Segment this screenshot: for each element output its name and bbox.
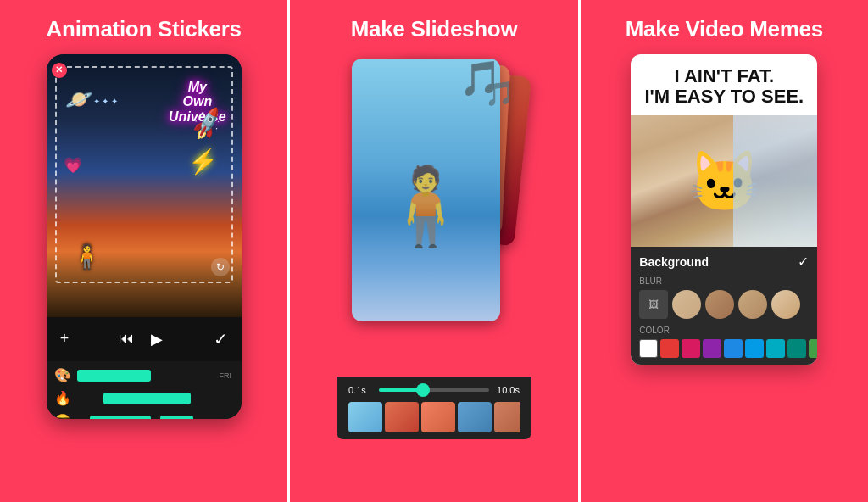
refresh-button[interactable]: ↻ bbox=[211, 258, 230, 276]
lightning-sticker[interactable]: ⚡ bbox=[188, 148, 218, 176]
slider-max-label: 10.0s bbox=[496, 385, 520, 395]
close-button[interactable]: ✕ bbox=[52, 63, 67, 78]
meme-bottom-panel: Background ✓ BLUR 🖼 COLOR bbox=[631, 247, 817, 365]
sticker-icon-row2: 🔥 bbox=[53, 390, 72, 406]
slider-track[interactable] bbox=[379, 388, 489, 392]
slider-area: 0.1s 10.0s bbox=[337, 376, 531, 439]
blur-option-4[interactable] bbox=[771, 290, 800, 319]
timeline-row: 🔥 bbox=[53, 389, 235, 408]
timeline-row: 😎 bbox=[53, 412, 235, 419]
confirm-button[interactable]: ✓ bbox=[214, 329, 228, 349]
thumbnail-strip bbox=[348, 402, 520, 432]
slider-min-label: 0.1s bbox=[348, 385, 372, 395]
color-swatch-green[interactable] bbox=[809, 339, 817, 358]
background-section-header: Background ✓ bbox=[639, 254, 809, 270]
color-swatches-row bbox=[639, 339, 809, 358]
background-label: Background bbox=[639, 255, 709, 269]
thumbnail-1[interactable] bbox=[348, 402, 382, 432]
timeline-bar-2[interactable] bbox=[103, 393, 191, 404]
thumbnail-5[interactable] bbox=[494, 402, 520, 432]
color-swatch-white[interactable] bbox=[639, 339, 658, 358]
timeline-row: 🎨 FRI bbox=[53, 366, 235, 385]
phone-controls-bar: + ⏮ ▶ ✓ bbox=[47, 317, 242, 361]
blur-options-row: 🖼 bbox=[639, 290, 809, 319]
rewind-button[interactable]: ⏮ bbox=[119, 330, 134, 348]
timeline-bar-1[interactable] bbox=[77, 370, 151, 382]
timeline-area: 🎨 FRI 🔥 😎 bbox=[47, 361, 242, 419]
color-swatch-cyan[interactable] bbox=[766, 339, 785, 358]
silhouette-sticker[interactable]: 🧍 bbox=[72, 243, 102, 271]
window-background bbox=[733, 115, 817, 247]
add-button[interactable]: + bbox=[60, 330, 70, 348]
blur-option-original[interactable]: 🖼 bbox=[639, 290, 668, 319]
meme-cat-image: 🐱 bbox=[631, 115, 817, 247]
timeline-bar-3b[interactable] bbox=[160, 416, 194, 419]
sticker-icon-row3: 😎 bbox=[53, 413, 72, 419]
left-phone-screen: ✕ 🪐 MyOwnUniverse 🚀 ⚡ 💗 ✦ ✦ ✦ 🧍 ↻ bbox=[47, 54, 242, 317]
color-swatch-teal[interactable] bbox=[787, 339, 806, 358]
thumbnail-2[interactable] bbox=[385, 402, 419, 432]
timeline-bar-3a[interactable] bbox=[90, 416, 150, 419]
sticker-icon-row1: 🎨 bbox=[53, 367, 72, 383]
timeline-track-1 bbox=[77, 366, 211, 385]
meme-caption-text: I AIN'T FAT.I'M EASY TO SEE. bbox=[631, 54, 817, 115]
photo-stack: 🧍 🎵 🎵 bbox=[337, 54, 531, 376]
blur-section-label: BLUR bbox=[639, 276, 809, 286]
saturn-sticker[interactable]: 🪐 bbox=[65, 86, 92, 113]
timeline-track-2 bbox=[77, 389, 211, 408]
right-panel-title: Make Video Memes bbox=[626, 17, 823, 42]
color-swatch-purple[interactable] bbox=[703, 339, 721, 358]
blur-option-3[interactable] bbox=[738, 290, 767, 319]
left-panel: Animation Stickers ✕ 🪐 MyOwnUniverse 🚀 ⚡… bbox=[0, 0, 287, 502]
thumbnail-3[interactable] bbox=[421, 402, 455, 432]
slider-thumb[interactable] bbox=[416, 383, 430, 397]
slider-row: 0.1s 10.0s bbox=[348, 385, 520, 395]
color-swatch-lightblue[interactable] bbox=[745, 339, 764, 358]
heart-sticker[interactable]: 💗 bbox=[64, 156, 82, 175]
stars-decoration: ✦ ✦ ✦ bbox=[93, 97, 119, 106]
play-button[interactable]: ▶ bbox=[151, 330, 163, 349]
middle-panel: Make Slideshow 🧍 🎵 🎵 0.1s 10.0s bbox=[287, 0, 580, 502]
right-phone: I AIN'T FAT.I'M EASY TO SEE. 🐱 Backgroun… bbox=[631, 54, 817, 365]
color-swatch-pink[interactable] bbox=[682, 339, 700, 358]
middle-phone: 🧍 🎵 🎵 0.1s 10.0s bbox=[337, 54, 531, 440]
middle-panel-title: Make Slideshow bbox=[351, 17, 518, 42]
timeline-label-fri: FRI bbox=[216, 371, 235, 380]
thumbnail-4[interactable] bbox=[458, 402, 492, 432]
blur-option-2[interactable] bbox=[705, 290, 734, 319]
music-note-small-icon: 🎵 bbox=[485, 80, 515, 108]
blur-option-1[interactable] bbox=[672, 290, 701, 319]
color-swatch-red[interactable] bbox=[660, 339, 679, 358]
jumping-person: 🧍 bbox=[378, 162, 473, 251]
right-panel: Make Video Memes I AIN'T FAT.I'M EASY TO… bbox=[581, 0, 868, 502]
confirm-icon[interactable]: ✓ bbox=[798, 254, 809, 270]
color-section-label: COLOR bbox=[639, 326, 809, 335]
left-panel-title: Animation Stickers bbox=[47, 17, 242, 42]
left-phone: ✕ 🪐 MyOwnUniverse 🚀 ⚡ 💗 ✦ ✦ ✦ 🧍 ↻ + ⏮ ▶ … bbox=[47, 54, 242, 419]
color-swatch-blue[interactable] bbox=[724, 339, 743, 358]
timeline-track-3 bbox=[77, 412, 211, 419]
